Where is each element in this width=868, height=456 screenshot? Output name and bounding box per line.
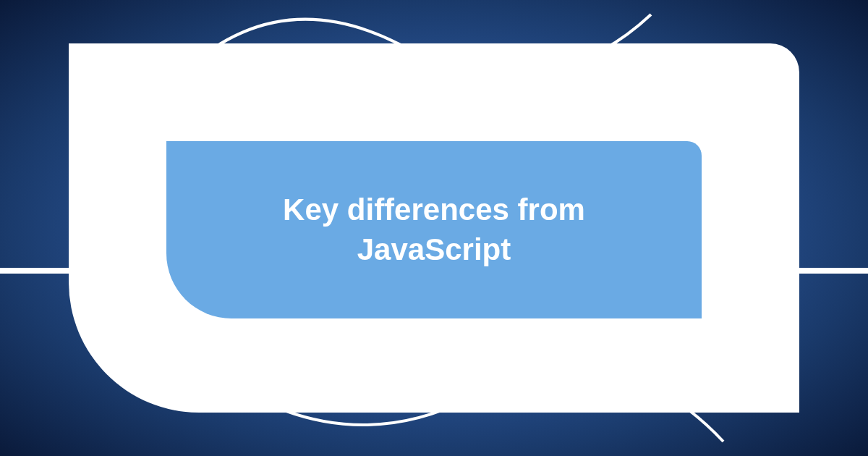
inner-blue-panel: Key differences from JavaScript [166,141,702,318]
page-title: Key differences from JavaScript [210,190,658,269]
